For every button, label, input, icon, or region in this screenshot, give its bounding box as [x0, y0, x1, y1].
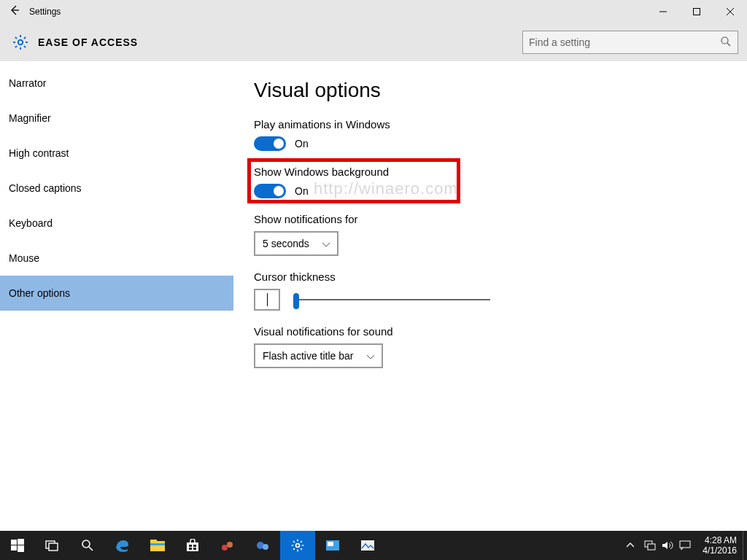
- svg-rect-8: [49, 543, 58, 551]
- taskbar-app-generic-2[interactable]: [245, 531, 280, 560]
- sidebar-item-label: Keyboard: [9, 217, 53, 229]
- svg-rect-12: [150, 543, 165, 545]
- svg-point-18: [222, 545, 228, 551]
- cursor-thickness-slider[interactable]: [293, 292, 490, 307]
- sidebar-item-label: Closed captions: [9, 182, 82, 194]
- clock-time: 4:28 AM: [703, 535, 737, 545]
- option-show-notifications-for: Show notifications for 5 seconds: [254, 213, 747, 256]
- chevron-down-icon: [322, 238, 330, 249]
- option-visual-notifications: Visual notifications for sound Flash act…: [254, 325, 747, 368]
- settings-window: Settings EASE OF ACCESS Find a setting N…: [0, 0, 747, 531]
- svg-rect-10: [150, 541, 165, 551]
- svg-rect-28: [680, 541, 690, 548]
- search-placeholder: Find a setting: [529, 36, 590, 48]
- minimize-button[interactable]: [646, 0, 680, 23]
- background-toggle[interactable]: [254, 184, 286, 198]
- dropdown-value: Flash active title bar: [263, 350, 354, 362]
- svg-rect-14: [189, 545, 192, 547]
- svg-point-9: [82, 540, 90, 548]
- option-label: Show notifications for: [254, 213, 747, 225]
- sidebar-item-narrator[interactable]: Narrator: [0, 66, 233, 101]
- volume-icon[interactable]: [662, 540, 679, 551]
- svg-point-22: [296, 544, 300, 548]
- body: Narrator Magnifier High contrast Closed …: [0, 61, 747, 531]
- animations-toggle[interactable]: [254, 136, 286, 151]
- close-button[interactable]: [713, 0, 747, 23]
- option-cursor-thickness: Cursor thickness: [254, 271, 747, 311]
- titlebar: Settings: [0, 0, 747, 23]
- option-label: Play animations in Windows: [254, 118, 747, 131]
- svg-rect-24: [328, 542, 333, 546]
- svg-rect-16: [189, 548, 192, 550]
- svg-rect-11: [150, 540, 157, 542]
- start-button[interactable]: [0, 531, 35, 560]
- option-background: Show Windows background On: [254, 166, 747, 198]
- option-label: Show Windows background: [254, 166, 747, 178]
- content-pane: Visual options Play animations in Window…: [233, 61, 747, 531]
- sidebar-item-high-contrast[interactable]: High contrast: [0, 136, 233, 171]
- sidebar-item-label: Magnifier: [9, 112, 51, 124]
- option-animations: Play animations in Windows On: [254, 118, 747, 151]
- window-title: Settings: [29, 7, 61, 17]
- breadcrumb: EASE OF ACCESS: [38, 36, 138, 48]
- taskbar-app-store[interactable]: [175, 531, 210, 560]
- sidebar-item-label: Mouse: [9, 252, 39, 264]
- svg-rect-5: [11, 545, 17, 551]
- gear-icon: [10, 32, 31, 52]
- taskbar-clock[interactable]: 4:28 AM 4/1/2016: [697, 535, 743, 556]
- clock-date: 4/1/2016: [703, 545, 737, 556]
- svg-point-19: [227, 542, 233, 548]
- toggle-state: On: [295, 138, 309, 149]
- taskbar-app-edge[interactable]: [105, 531, 140, 560]
- svg-rect-0: [694, 9, 700, 15]
- taskbar-app-generic-1[interactable]: [210, 531, 245, 560]
- sidebar-item-label: Narrator: [9, 77, 46, 89]
- sidebar-item-magnifier[interactable]: Magnifier: [0, 101, 233, 136]
- svg-rect-13: [187, 542, 198, 551]
- notifications-duration-dropdown[interactable]: 5 seconds: [254, 231, 338, 256]
- system-tray: 4:28 AM 4/1/2016: [627, 531, 747, 560]
- network-icon[interactable]: [644, 540, 662, 551]
- svg-rect-6: [18, 545, 24, 552]
- svg-rect-15: [193, 545, 196, 547]
- action-center-icon[interactable]: [679, 540, 697, 551]
- tray-overflow-button[interactable]: [627, 542, 644, 548]
- header: EASE OF ACCESS Find a setting: [0, 23, 747, 61]
- task-view-button[interactable]: [35, 531, 70, 560]
- chevron-down-icon: [367, 350, 374, 362]
- maximize-button[interactable]: [680, 0, 713, 23]
- sidebar-item-label: Other options: [9, 287, 70, 299]
- sidebar-item-mouse[interactable]: Mouse: [0, 241, 233, 276]
- taskbar-app-generic-3[interactable]: [315, 531, 350, 560]
- show-desktop-button[interactable]: [743, 531, 747, 560]
- svg-point-1: [18, 40, 23, 44]
- dropdown-value: 5 seconds: [263, 238, 309, 249]
- svg-rect-17: [193, 548, 196, 550]
- visual-notifications-dropdown[interactable]: Flash active title bar: [254, 343, 383, 368]
- svg-point-2: [721, 37, 728, 44]
- taskbar-app-file-explorer[interactable]: [140, 531, 175, 560]
- svg-rect-27: [648, 544, 655, 550]
- cortana-search-button[interactable]: [70, 531, 105, 560]
- window-controls: [646, 0, 747, 23]
- taskbar: 4:28 AM 4/1/2016: [0, 531, 747, 560]
- sidebar-item-label: High contrast: [9, 147, 69, 159]
- option-label: Visual notifications for sound: [254, 325, 747, 338]
- page-title: Visual options: [254, 79, 747, 102]
- toggle-state: On: [295, 185, 309, 197]
- taskbar-app-generic-4[interactable]: [350, 531, 385, 560]
- sidebar-item-other-options[interactable]: Other options: [0, 276, 233, 311]
- sidebar: Narrator Magnifier High contrast Closed …: [0, 61, 233, 531]
- back-button[interactable]: [0, 4, 29, 19]
- option-label: Cursor thickness: [254, 271, 747, 283]
- svg-rect-4: [18, 539, 24, 545]
- sidebar-item-keyboard[interactable]: Keyboard: [0, 206, 233, 241]
- search-icon: [720, 36, 732, 50]
- svg-point-21: [263, 544, 268, 550]
- svg-rect-3: [11, 540, 17, 545]
- taskbar-app-settings[interactable]: [280, 531, 315, 560]
- search-input[interactable]: Find a setting: [522, 31, 738, 54]
- svg-rect-25: [361, 540, 374, 551]
- cursor-preview: [254, 289, 280, 311]
- sidebar-item-closed-captions[interactable]: Closed captions: [0, 171, 233, 206]
